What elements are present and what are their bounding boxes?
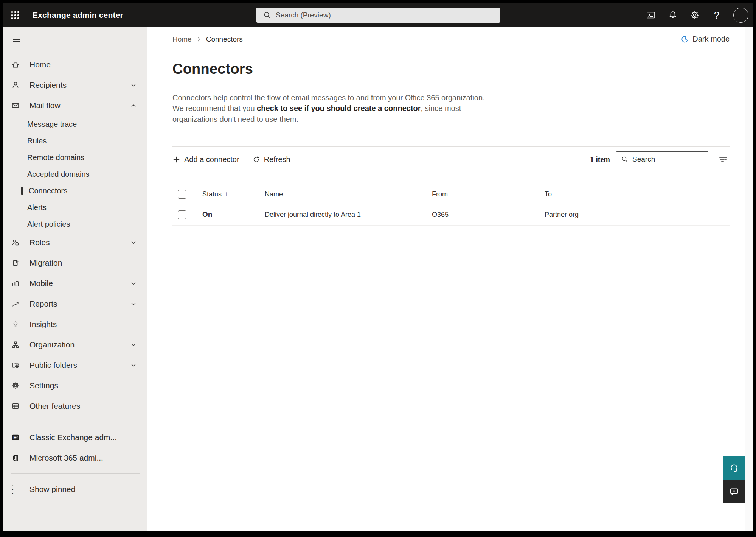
chevron-up-icon <box>130 102 137 109</box>
sidebar-item-classic-exchange[interactable]: E Classic Exchange adm... <box>3 427 147 448</box>
support-button[interactable] <box>723 456 745 480</box>
item-count: 1 item <box>590 155 610 164</box>
sidebar-item-remote-domains[interactable]: Remote domains <box>3 149 147 166</box>
sidebar-item-label: Migration <box>29 258 62 268</box>
global-search-box[interactable] <box>256 8 500 23</box>
sidebar-item-label: Message trace <box>27 120 77 129</box>
chevron-down-icon <box>130 300 137 307</box>
chart-phone-icon <box>11 279 20 288</box>
sidebar-item-label: Accepted domains <box>27 170 90 179</box>
app-launcher-button[interactable] <box>3 3 27 27</box>
sidebar-item-show-pinned[interactable]: · · · Show pinned <box>3 479 147 500</box>
column-header-status[interactable]: Status ↑ <box>197 190 259 198</box>
sidebar-item-alert-policies[interactable]: Alert policies <box>3 216 147 232</box>
hamburger-icon <box>12 34 22 44</box>
sidebar-item-label: Reports <box>29 299 57 308</box>
terminal-icon <box>646 10 656 20</box>
sidebar-item-reports[interactable]: Reports <box>3 294 147 314</box>
column-header-name[interactable]: Name <box>259 190 427 198</box>
feedback-button[interactable] <box>723 480 745 503</box>
chevron-down-icon <box>130 239 137 246</box>
sidebar-item-organization[interactable]: Organization <box>3 335 147 355</box>
document-arrow-icon <box>11 259 20 267</box>
breadcrumb: Home Connectors <box>172 35 243 44</box>
sidebar-item-recipients[interactable]: Recipients <box>3 75 147 95</box>
sidebar-divider <box>11 473 140 474</box>
row-from: O365 <box>427 211 539 219</box>
sidebar-item-accepted-domains[interactable]: Accepted domains <box>3 166 147 182</box>
svg-text:E: E <box>13 435 16 440</box>
feedback-bubble-icon <box>729 486 739 497</box>
topbar: Exchange admin center <box>3 3 753 27</box>
settings-button[interactable] <box>689 10 700 20</box>
filter-button[interactable] <box>717 153 730 166</box>
row-status: On <box>197 210 259 219</box>
column-header-to[interactable]: To <box>539 190 730 198</box>
home-icon <box>11 61 20 69</box>
sidebar-item-label: Connectors <box>29 187 67 195</box>
sidebar-item-mail-flow[interactable]: Mail flow <box>3 95 147 116</box>
sidebar-item-label: Alerts <box>27 203 47 212</box>
sidebar-item-label: Recipients <box>29 81 67 90</box>
global-search-input[interactable] <box>276 11 495 19</box>
breadcrumb-current: Connectors <box>206 35 243 44</box>
folder-globe-icon <box>11 361 20 369</box>
sidebar-item-public-folders[interactable]: Public folders <box>3 355 147 375</box>
sidebar-item-m365-admin[interactable]: Microsoft 365 admi... <box>3 448 147 468</box>
sidebar-item-label: Home <box>29 60 51 69</box>
notifications-button[interactable] <box>668 10 678 20</box>
sidebar-item-insights[interactable]: Insights <box>3 314 147 335</box>
page-title: Connectors <box>172 61 730 77</box>
sidebar-item-rules[interactable]: Rules <box>3 132 147 149</box>
sidebar-item-settings[interactable]: Settings <box>3 375 147 396</box>
table-row[interactable]: On Deliver journal directly to Area 1 O3… <box>172 204 730 226</box>
sidebar-item-alerts[interactable]: Alerts <box>3 199 147 216</box>
dark-mode-toggle[interactable]: Dark mode <box>680 35 730 44</box>
sidebar-item-label: Other features <box>29 402 80 411</box>
add-connector-button[interactable]: Add a connector <box>172 155 239 164</box>
search-icon <box>621 156 629 163</box>
row-checkbox[interactable] <box>178 210 186 219</box>
column-header-from[interactable]: From <box>427 190 539 198</box>
topbar-actions: ? <box>646 8 753 23</box>
sidebar-item-home[interactable]: Home <box>3 54 147 75</box>
breadcrumb-home-link[interactable]: Home <box>172 35 192 44</box>
list-search-box[interactable] <box>616 151 708 167</box>
sidebar-item-connectors[interactable]: Connectors <box>3 182 147 199</box>
office-logo-icon <box>11 454 20 462</box>
sidebar-item-label: Mobile <box>29 279 53 288</box>
chevron-right-icon <box>196 37 202 42</box>
collapse-nav-button[interactable] <box>9 32 24 47</box>
row-name[interactable]: Deliver journal directly to Area 1 <box>259 211 427 219</box>
add-connector-label: Add a connector <box>184 155 239 164</box>
description-link[interactable]: check to see if you should create a conn… <box>257 104 421 112</box>
sidebar-item-message-trace[interactable]: Message trace <box>3 116 147 132</box>
sidebar-item-label: Rules <box>27 137 47 145</box>
chevron-down-icon <box>130 341 137 348</box>
person-icon <box>11 81 20 89</box>
sidebar-item-label: Microsoft 365 admi... <box>29 453 103 462</box>
ellipsis-icon: · · · <box>11 485 20 493</box>
body-row: Home Recipients Mai <box>3 27 753 531</box>
select-all-checkbox[interactable] <box>178 190 186 199</box>
refresh-button[interactable]: Refresh <box>252 155 290 164</box>
sidebar-item-label: Show pinned <box>29 485 75 494</box>
list-search-input[interactable] <box>632 155 704 163</box>
sidebar-item-migration[interactable]: Migration <box>3 253 147 273</box>
sidebar-item-mobile[interactable]: Mobile <box>3 273 147 294</box>
line-chart-icon <box>11 300 20 308</box>
waffle-icon <box>10 10 20 20</box>
bell-icon <box>668 10 678 20</box>
sidebar-item-other-features[interactable]: Other features <box>3 396 147 416</box>
dark-mode-label: Dark mode <box>692 35 730 44</box>
person-briefcase-icon <box>11 238 20 247</box>
sort-ascending-icon: ↑ <box>225 190 228 198</box>
scrollbar-track[interactable] <box>745 27 753 531</box>
help-button[interactable]: ? <box>711 10 722 20</box>
powershell-button[interactable] <box>646 10 656 20</box>
sidebar-item-label: Classic Exchange adm... <box>29 433 117 442</box>
sidebar-item-roles[interactable]: Roles <box>3 232 147 253</box>
account-avatar[interactable] <box>733 8 748 23</box>
headset-icon <box>729 463 739 473</box>
sidebar-divider <box>11 422 140 422</box>
